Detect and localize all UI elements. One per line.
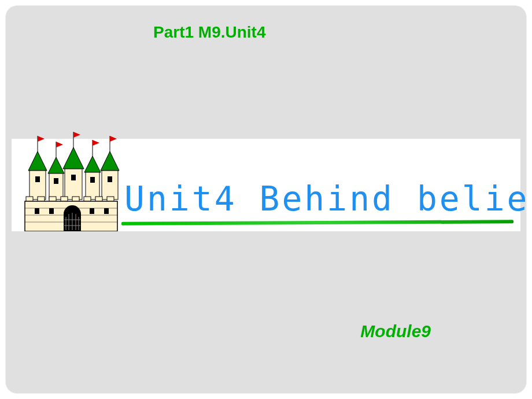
svg-marker-13 <box>84 156 101 172</box>
svg-rect-24 <box>108 176 112 182</box>
svg-rect-16 <box>49 173 63 200</box>
svg-rect-19 <box>102 171 118 200</box>
svg-marker-10 <box>28 152 47 171</box>
svg-rect-22 <box>71 175 76 180</box>
svg-rect-17 <box>65 169 82 200</box>
slide-container: Part1 M9.Unit4 <box>6 6 526 393</box>
svg-rect-37 <box>35 208 39 214</box>
svg-rect-23 <box>90 177 95 183</box>
title-band: Unit4 Behind beliefs <box>12 139 520 231</box>
svg-marker-1 <box>38 136 45 142</box>
module-label: Module9 <box>360 322 431 341</box>
svg-marker-11 <box>48 157 64 173</box>
part-label: Part1 M9.Unit4 <box>153 23 266 42</box>
svg-rect-18 <box>86 172 99 200</box>
svg-marker-14 <box>101 152 119 171</box>
svg-rect-15 <box>29 171 46 200</box>
unit-title: Unit4 Behind beliefs <box>124 179 532 219</box>
svg-rect-20 <box>35 176 40 182</box>
svg-rect-38 <box>49 208 54 214</box>
svg-marker-5 <box>73 132 80 138</box>
castle-icon <box>20 127 121 231</box>
svg-rect-21 <box>54 178 58 184</box>
svg-marker-3 <box>56 142 63 147</box>
svg-rect-39 <box>90 208 94 214</box>
svg-marker-12 <box>63 147 84 169</box>
svg-marker-9 <box>110 136 117 142</box>
svg-rect-40 <box>104 208 109 214</box>
svg-marker-7 <box>93 140 99 146</box>
title-underline <box>121 220 513 226</box>
